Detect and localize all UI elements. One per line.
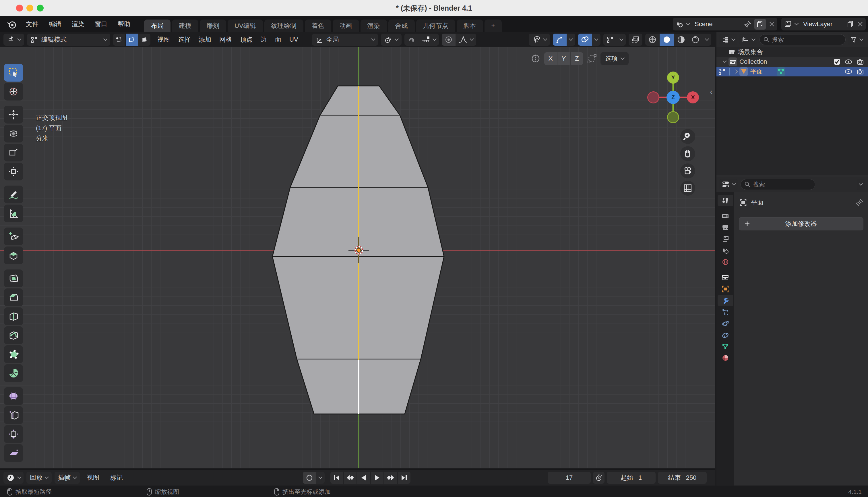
outliner-search[interactable] [760, 34, 845, 45]
tab-view-layer-properties[interactable] [718, 233, 733, 245]
menu-face[interactable]: 面 [271, 36, 285, 44]
collection-name[interactable]: Collection [739, 58, 767, 66]
tool-extrude-region[interactable] [4, 246, 23, 264]
menu-help[interactable]: 帮助 [113, 18, 135, 30]
object-name[interactable]: 平面 [750, 67, 763, 76]
tool-select-box[interactable] [4, 64, 23, 82]
tab-collection-properties[interactable] [718, 272, 733, 283]
proportional-edit-toggle[interactable] [442, 33, 456, 46]
viewlayer-browse-chevron[interactable] [795, 21, 798, 25]
tab-sculpting[interactable]: 雕刻 [200, 19, 226, 32]
properties-editor-type-button[interactable] [719, 179, 738, 190]
snap-toggle[interactable] [404, 33, 418, 46]
blender-logo-icon[interactable] [6, 18, 17, 30]
tool-move[interactable] [4, 106, 23, 124]
tab-animation[interactable]: 动画 [333, 19, 359, 32]
gizmo-x-negative[interactable] [647, 91, 659, 103]
outliner-display-mode-selector[interactable] [719, 34, 737, 45]
snap-target-selector[interactable] [418, 33, 439, 46]
zoom-view-button[interactable] [680, 129, 695, 144]
tool-cursor[interactable] [4, 83, 23, 101]
mesh-edit-overlay-selector[interactable] [617, 33, 626, 46]
rendered-shading-button[interactable] [688, 33, 703, 46]
viewlayer-icon[interactable] [784, 20, 792, 28]
mirror-z-button[interactable]: Z [571, 52, 583, 65]
hide-eye-icon[interactable] [844, 59, 853, 65]
pivot-point-selector[interactable] [381, 33, 401, 46]
menu-file[interactable]: 文件 [21, 18, 44, 30]
current-frame-field[interactable]: 17 [548, 472, 591, 484]
menu-select[interactable]: 选择 [174, 36, 195, 44]
remove-viewlayer-button[interactable] [857, 21, 864, 27]
snap-circle-icon[interactable] [586, 53, 598, 65]
tab-uv-editing[interactable]: UV编辑 [227, 19, 263, 32]
editor-type-button[interactable] [3, 33, 24, 46]
pin-icon[interactable] [744, 20, 751, 28]
jump-to-start-button[interactable] [330, 472, 343, 484]
tab-modeling[interactable]: 建模 [172, 19, 198, 32]
properties-options-chevron[interactable] [856, 179, 865, 190]
frame-start-field[interactable]: 起始 1 [607, 472, 656, 484]
gizmo-y-axis[interactable]: Y [667, 72, 679, 84]
disable-render-camera-icon[interactable] [856, 68, 864, 75]
tool-annotate[interactable] [4, 186, 23, 203]
outliner-search-input[interactable] [772, 36, 842, 43]
tab-output-properties[interactable] [718, 222, 733, 233]
tab-scene-properties[interactable] [718, 245, 733, 256]
tab-particle-properties[interactable] [718, 306, 733, 318]
tab-material-properties[interactable] [718, 352, 733, 364]
breadcrumb-object-name[interactable]: 平面 [751, 198, 764, 207]
pan-view-button[interactable] [680, 146, 695, 161]
menu-edit[interactable]: 编辑 [44, 18, 67, 30]
minimize-window-button[interactable] [26, 4, 33, 12]
tool-shear[interactable] [4, 444, 23, 462]
solid-shading-button[interactable] [660, 33, 674, 46]
show-object-types-selector[interactable] [529, 33, 550, 46]
object-expand-chevron[interactable] [734, 70, 738, 73]
frame-end-field[interactable]: 结束 250 [658, 472, 707, 484]
tab-geometry-nodes[interactable]: 几何节点 [416, 19, 455, 32]
menu-edge[interactable]: 边 [256, 36, 271, 44]
tab-texture-paint[interactable]: 纹理绘制 [264, 19, 304, 32]
menu-vertex[interactable]: 顶点 [236, 36, 256, 44]
auto-keying-toggle[interactable] [303, 472, 316, 484]
play-reverse-button[interactable] [357, 472, 370, 484]
hide-eye-icon[interactable] [844, 68, 853, 75]
outliner-row-collection[interactable]: Collection [717, 57, 868, 67]
viewlayer-name[interactable]: ViewLayer [801, 20, 844, 28]
previous-keyframe-button[interactable] [344, 472, 356, 484]
tab-object-data-properties[interactable] [718, 341, 733, 352]
tool-smooth[interactable] [4, 387, 23, 405]
tool-poly-build[interactable] [4, 345, 23, 363]
mirror-x-button[interactable]: X [544, 52, 557, 65]
gizmo-options-selector[interactable] [567, 33, 575, 46]
pin-id-icon[interactable] [855, 199, 864, 207]
scene-browse-chevron[interactable] [686, 21, 690, 25]
properties-search-input[interactable] [753, 181, 811, 188]
tool-shrink-fatten[interactable] [4, 425, 23, 443]
material-preview-button[interactable] [674, 33, 688, 46]
face-select-button[interactable] [138, 33, 150, 46]
show-overlays-toggle[interactable] [578, 33, 592, 46]
properties-search[interactable] [740, 179, 815, 190]
timeline-view-menu[interactable]: 视图 [83, 473, 103, 482]
timeline-marker-menu[interactable]: 标记 [106, 473, 127, 482]
outliner-filter-button[interactable] [848, 34, 865, 45]
close-window-button[interactable] [16, 4, 23, 12]
menu-uv[interactable]: UV [285, 36, 302, 43]
tool-transform[interactable] [4, 162, 23, 181]
tab-shading[interactable]: 着色 [305, 19, 331, 32]
edge-select-button[interactable] [126, 33, 138, 46]
menu-window[interactable]: 窗口 [90, 18, 113, 30]
tool-bevel[interactable] [4, 288, 23, 306]
next-keyframe-button[interactable] [384, 472, 397, 484]
tool-scale[interactable] [4, 144, 23, 161]
unlink-scene-button[interactable] [769, 21, 775, 27]
vertex-select-button[interactable] [113, 33, 125, 46]
tab-object-properties[interactable] [718, 283, 733, 295]
wireframe-shading-button[interactable] [645, 33, 660, 46]
xray-toggle[interactable] [629, 33, 643, 46]
tab-layout[interactable]: 布局 [144, 19, 171, 32]
new-scene-button[interactable] [754, 19, 766, 30]
add-modifier-button[interactable]: 添加修改器 [739, 217, 864, 230]
